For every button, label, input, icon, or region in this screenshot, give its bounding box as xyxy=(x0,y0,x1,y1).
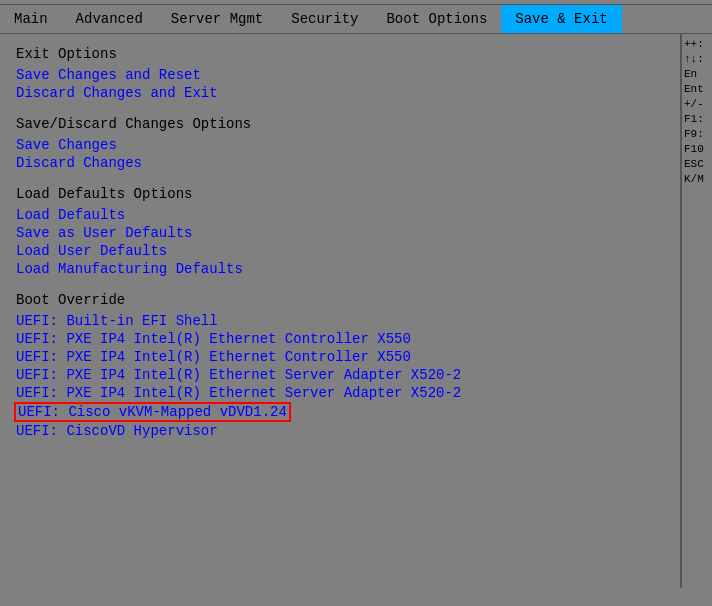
right-panel-item-2: En xyxy=(684,68,710,80)
right-panel-item-1: ↑↓: xyxy=(684,53,710,65)
menu-option-3-0[interactable]: UEFI: Built-in EFI Shell xyxy=(16,312,664,330)
menu-option-3-1[interactable]: UEFI: PXE IP4 Intel(R) Ethernet Controll… xyxy=(16,330,664,348)
right-panel-item-4: +/- xyxy=(684,98,710,110)
right-panel-item-3: Ent xyxy=(684,83,710,95)
menu-bar: MainAdvancedServer MgmtSecurityBoot Opti… xyxy=(0,4,712,34)
section-header-1: Save/Discard Changes Options xyxy=(16,116,664,132)
menu-item-security[interactable]: Security xyxy=(277,5,372,33)
menu-option-3-3[interactable]: UEFI: PXE IP4 Intel(R) Ethernet Server A… xyxy=(16,366,664,384)
menu-option-1-0[interactable]: Save Changes xyxy=(16,136,664,154)
menu-option-3-4[interactable]: UEFI: PXE IP4 Intel(R) Ethernet Server A… xyxy=(16,384,664,402)
menu-option-2-2[interactable]: Load User Defaults xyxy=(16,242,664,260)
menu-option-3-2[interactable]: UEFI: PXE IP4 Intel(R) Ethernet Controll… xyxy=(16,348,664,366)
menu-option-0-1[interactable]: Discard Changes and Exit xyxy=(16,84,664,102)
section-header-0: Exit Options xyxy=(16,46,664,62)
menu-option-3-6[interactable]: UEFI: CiscoVD Hypervisor xyxy=(16,422,664,440)
section-header-2: Load Defaults Options xyxy=(16,186,664,202)
menu-item-main[interactable]: Main xyxy=(0,5,62,33)
right-panel-item-9: K/M xyxy=(684,173,710,185)
menu-option-1-1[interactable]: Discard Changes xyxy=(16,154,664,172)
menu-option-3-5[interactable]: UEFI: Cisco vKVM-Mapped vDVD1.24 xyxy=(14,402,291,422)
right-panel-item-0: ++: xyxy=(684,38,710,50)
menu-item-save-&-exit[interactable]: Save & Exit xyxy=(501,5,621,33)
right-panel-item-8: ESC xyxy=(684,158,710,170)
right-panel-item-5: F1: xyxy=(684,113,710,125)
menu-option-0-0[interactable]: Save Changes and Reset xyxy=(16,66,664,84)
menu-option-2-0[interactable]: Load Defaults xyxy=(16,206,664,224)
right-panel: ++:↑↓:EnEnt+/-F1:F9:F10ESCK/M xyxy=(680,34,712,588)
right-panel-item-6: F9: xyxy=(684,128,710,140)
content-area: Exit OptionsSave Changes and ResetDiscar… xyxy=(0,34,680,588)
menu-item-server-mgmt[interactable]: Server Mgmt xyxy=(157,5,277,33)
menu-item-boot-options[interactable]: Boot Options xyxy=(372,5,501,33)
right-panel-item-7: F10 xyxy=(684,143,710,155)
menu-option-2-3[interactable]: Load Manufacturing Defaults xyxy=(16,260,664,278)
section-header-3: Boot Override xyxy=(16,292,664,308)
menu-option-2-1[interactable]: Save as User Defaults xyxy=(16,224,664,242)
menu-item-advanced[interactable]: Advanced xyxy=(62,5,157,33)
